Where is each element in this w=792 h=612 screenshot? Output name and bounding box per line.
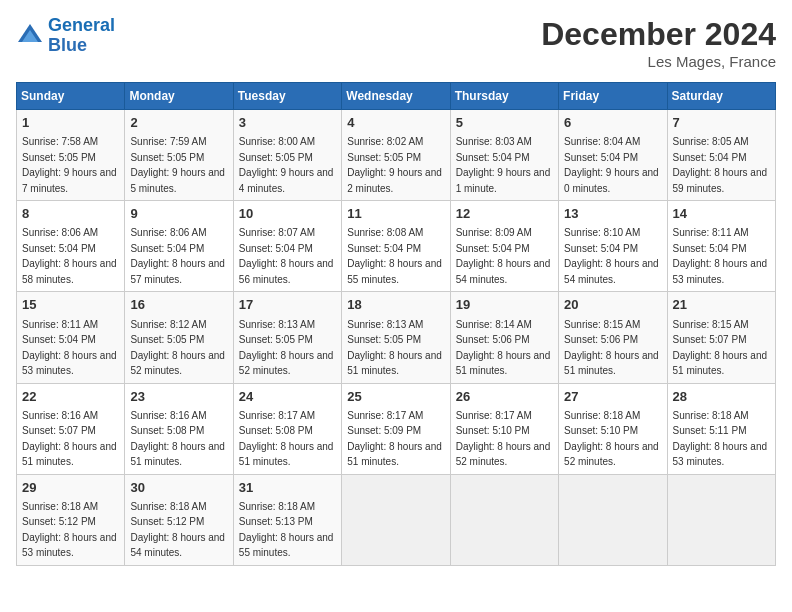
day-number: 16 (130, 296, 227, 314)
calendar-day-cell: 11 Sunrise: 8:08 AMSunset: 5:04 PMDaylig… (342, 201, 450, 292)
day-number: 8 (22, 205, 119, 223)
day-info: Sunrise: 8:18 AMSunset: 5:12 PMDaylight:… (22, 501, 117, 559)
calendar-day-cell: 20 Sunrise: 8:15 AMSunset: 5:06 PMDaylig… (559, 292, 667, 383)
calendar-day-cell: 24 Sunrise: 8:17 AMSunset: 5:08 PMDaylig… (233, 383, 341, 474)
month-title: December 2024 (541, 16, 776, 53)
calendar-day-cell: 1 Sunrise: 7:58 AMSunset: 5:05 PMDayligh… (17, 110, 125, 201)
day-info: Sunrise: 8:08 AMSunset: 5:04 PMDaylight:… (347, 227, 442, 285)
calendar-day-cell: 30 Sunrise: 8:18 AMSunset: 5:12 PMDaylig… (125, 474, 233, 565)
location-title: Les Mages, France (541, 53, 776, 70)
logo: General Blue (16, 16, 115, 56)
day-number: 19 (456, 296, 553, 314)
day-info: Sunrise: 8:04 AMSunset: 5:04 PMDaylight:… (564, 136, 659, 194)
calendar-day-cell: 8 Sunrise: 8:06 AMSunset: 5:04 PMDayligh… (17, 201, 125, 292)
day-number: 23 (130, 388, 227, 406)
day-number: 24 (239, 388, 336, 406)
day-info: Sunrise: 8:13 AMSunset: 5:05 PMDaylight:… (347, 319, 442, 377)
day-info: Sunrise: 8:02 AMSunset: 5:05 PMDaylight:… (347, 136, 442, 194)
day-number: 5 (456, 114, 553, 132)
day-number: 6 (564, 114, 661, 132)
calendar-day-cell: 2 Sunrise: 7:59 AMSunset: 5:05 PMDayligh… (125, 110, 233, 201)
day-number: 31 (239, 479, 336, 497)
calendar-day-cell: 15 Sunrise: 8:11 AMSunset: 5:04 PMDaylig… (17, 292, 125, 383)
day-info: Sunrise: 8:05 AMSunset: 5:04 PMDaylight:… (673, 136, 768, 194)
page-header: General Blue December 2024 Les Mages, Fr… (16, 16, 776, 70)
calendar-day-cell: 21 Sunrise: 8:15 AMSunset: 5:07 PMDaylig… (667, 292, 775, 383)
calendar-day-cell: 27 Sunrise: 8:18 AMSunset: 5:10 PMDaylig… (559, 383, 667, 474)
calendar-day-cell: 22 Sunrise: 8:16 AMSunset: 5:07 PMDaylig… (17, 383, 125, 474)
day-number: 17 (239, 296, 336, 314)
day-number: 15 (22, 296, 119, 314)
day-info: Sunrise: 8:18 AMSunset: 5:13 PMDaylight:… (239, 501, 334, 559)
day-info: Sunrise: 8:06 AMSunset: 5:04 PMDaylight:… (22, 227, 117, 285)
day-info: Sunrise: 8:03 AMSunset: 5:04 PMDaylight:… (456, 136, 551, 194)
logo-icon (16, 22, 44, 50)
day-number: 7 (673, 114, 770, 132)
calendar-table: SundayMondayTuesdayWednesdayThursdayFrid… (16, 82, 776, 566)
calendar-day-cell: 17 Sunrise: 8:13 AMSunset: 5:05 PMDaylig… (233, 292, 341, 383)
calendar-day-cell: 25 Sunrise: 8:17 AMSunset: 5:09 PMDaylig… (342, 383, 450, 474)
day-number: 20 (564, 296, 661, 314)
day-info: Sunrise: 8:06 AMSunset: 5:04 PMDaylight:… (130, 227, 225, 285)
calendar-day-cell: 7 Sunrise: 8:05 AMSunset: 5:04 PMDayligh… (667, 110, 775, 201)
day-info: Sunrise: 8:17 AMSunset: 5:10 PMDaylight:… (456, 410, 551, 468)
day-info: Sunrise: 8:18 AMSunset: 5:11 PMDaylight:… (673, 410, 768, 468)
day-number: 21 (673, 296, 770, 314)
day-info: Sunrise: 8:17 AMSunset: 5:08 PMDaylight:… (239, 410, 334, 468)
weekday-header: Tuesday (233, 83, 341, 110)
weekday-header: Friday (559, 83, 667, 110)
day-info: Sunrise: 8:09 AMSunset: 5:04 PMDaylight:… (456, 227, 551, 285)
day-info: Sunrise: 8:13 AMSunset: 5:05 PMDaylight:… (239, 319, 334, 377)
day-info: Sunrise: 8:18 AMSunset: 5:10 PMDaylight:… (564, 410, 659, 468)
calendar-day-cell: 16 Sunrise: 8:12 AMSunset: 5:05 PMDaylig… (125, 292, 233, 383)
day-info: Sunrise: 8:12 AMSunset: 5:05 PMDaylight:… (130, 319, 225, 377)
calendar-day-cell: 10 Sunrise: 8:07 AMSunset: 5:04 PMDaylig… (233, 201, 341, 292)
day-number: 28 (673, 388, 770, 406)
day-number: 11 (347, 205, 444, 223)
calendar-day-cell: 28 Sunrise: 8:18 AMSunset: 5:11 PMDaylig… (667, 383, 775, 474)
calendar-day-cell: 5 Sunrise: 8:03 AMSunset: 5:04 PMDayligh… (450, 110, 558, 201)
calendar-day-cell: 18 Sunrise: 8:13 AMSunset: 5:05 PMDaylig… (342, 292, 450, 383)
day-number: 3 (239, 114, 336, 132)
calendar-day-cell: 9 Sunrise: 8:06 AMSunset: 5:04 PMDayligh… (125, 201, 233, 292)
day-info: Sunrise: 8:11 AMSunset: 5:04 PMDaylight:… (22, 319, 117, 377)
calendar-day-cell: 31 Sunrise: 8:18 AMSunset: 5:13 PMDaylig… (233, 474, 341, 565)
calendar-day-cell: 29 Sunrise: 8:18 AMSunset: 5:12 PMDaylig… (17, 474, 125, 565)
calendar-day-cell: 12 Sunrise: 8:09 AMSunset: 5:04 PMDaylig… (450, 201, 558, 292)
weekday-header: Thursday (450, 83, 558, 110)
day-number: 29 (22, 479, 119, 497)
day-info: Sunrise: 8:16 AMSunset: 5:07 PMDaylight:… (22, 410, 117, 468)
calendar-day-cell: 23 Sunrise: 8:16 AMSunset: 5:08 PMDaylig… (125, 383, 233, 474)
empty-cell (342, 474, 450, 565)
day-info: Sunrise: 8:16 AMSunset: 5:08 PMDaylight:… (130, 410, 225, 468)
day-number: 12 (456, 205, 553, 223)
day-info: Sunrise: 8:00 AMSunset: 5:05 PMDaylight:… (239, 136, 334, 194)
day-info: Sunrise: 8:15 AMSunset: 5:06 PMDaylight:… (564, 319, 659, 377)
calendar-day-cell: 6 Sunrise: 8:04 AMSunset: 5:04 PMDayligh… (559, 110, 667, 201)
calendar-title-area: December 2024 Les Mages, France (541, 16, 776, 70)
calendar-day-cell: 26 Sunrise: 8:17 AMSunset: 5:10 PMDaylig… (450, 383, 558, 474)
day-number: 4 (347, 114, 444, 132)
day-info: Sunrise: 8:14 AMSunset: 5:06 PMDaylight:… (456, 319, 551, 377)
day-number: 27 (564, 388, 661, 406)
logo-line1: General (48, 15, 115, 35)
day-number: 10 (239, 205, 336, 223)
weekday-header: Monday (125, 83, 233, 110)
day-info: Sunrise: 7:58 AMSunset: 5:05 PMDaylight:… (22, 136, 117, 194)
day-number: 26 (456, 388, 553, 406)
weekday-header: Wednesday (342, 83, 450, 110)
empty-cell (667, 474, 775, 565)
calendar-day-cell: 14 Sunrise: 8:11 AMSunset: 5:04 PMDaylig… (667, 201, 775, 292)
weekday-header: Sunday (17, 83, 125, 110)
calendar-day-cell: 19 Sunrise: 8:14 AMSunset: 5:06 PMDaylig… (450, 292, 558, 383)
day-number: 30 (130, 479, 227, 497)
calendar-day-cell: 3 Sunrise: 8:00 AMSunset: 5:05 PMDayligh… (233, 110, 341, 201)
day-number: 14 (673, 205, 770, 223)
calendar-day-cell: 13 Sunrise: 8:10 AMSunset: 5:04 PMDaylig… (559, 201, 667, 292)
calendar-day-cell: 4 Sunrise: 8:02 AMSunset: 5:05 PMDayligh… (342, 110, 450, 201)
day-number: 25 (347, 388, 444, 406)
day-number: 9 (130, 205, 227, 223)
day-number: 2 (130, 114, 227, 132)
day-number: 13 (564, 205, 661, 223)
day-number: 18 (347, 296, 444, 314)
